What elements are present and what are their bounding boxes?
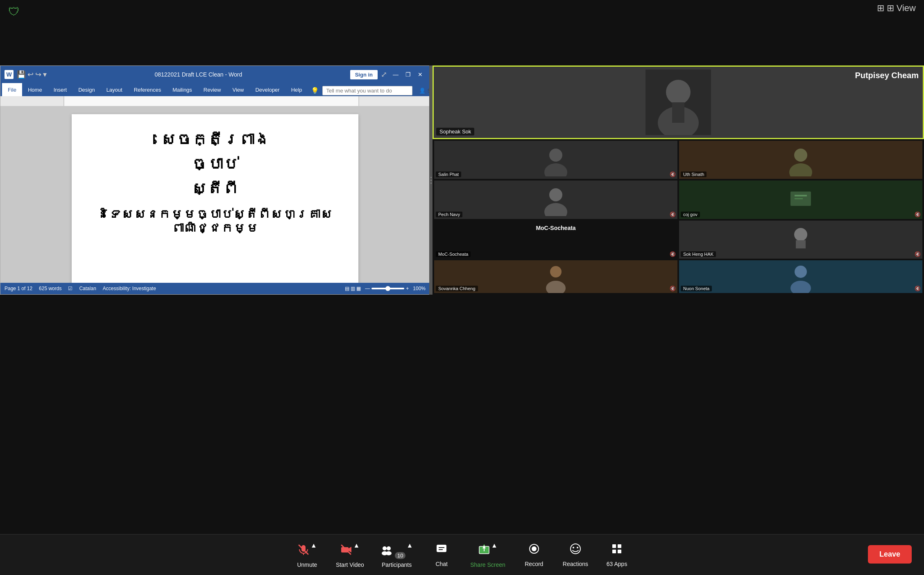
search-box[interactable] — [322, 86, 412, 95]
redo-icon[interactable]: ↪ — [35, 70, 41, 79]
svg-point-51 — [532, 546, 537, 551]
view-icons: ▤ ▥ ▦ — [345, 286, 361, 291]
share-arrow[interactable]: ▲ — [491, 542, 498, 549]
svg-point-38 — [387, 546, 391, 550]
camera-icon — [340, 543, 352, 559]
participant-tile-uth-sinath[interactable]: Uth Sinath — [679, 141, 922, 179]
record-icon — [528, 543, 540, 558]
document-page: សេចក្តីព្រាង ច្បាប់ ស្តីពី និទេសសនកម្មច្… — [72, 114, 358, 283]
participant-name-sovannka-chheng: Sovannka Chheng — [436, 286, 478, 291]
participant-name-uth-sinath: Uth Sinath — [681, 171, 707, 177]
svg-point-39 — [386, 551, 392, 555]
tab-insert[interactable]: Insert — [48, 83, 73, 96]
undo-icon[interactable]: ↩ — [27, 70, 34, 79]
svg-rect-55 — [612, 544, 616, 548]
leave-button[interactable]: Leave — [868, 545, 912, 564]
share-screen-icon — [478, 543, 490, 559]
share-screen-button[interactable]: ▲ Share Screen — [462, 538, 514, 572]
reactions-button[interactable]: Reactions — [555, 539, 596, 571]
minimize-button[interactable]: — — [390, 70, 401, 79]
close-button[interactable]: ✕ — [415, 70, 426, 79]
participant-tile-sok-heng-hak[interactable]: Sok Heng HAK 🔇 — [679, 221, 922, 259]
start-video-button[interactable]: ▲ Start Video — [328, 538, 372, 572]
search-input[interactable] — [326, 88, 400, 94]
svg-rect-31 — [301, 545, 306, 552]
tab-file[interactable]: File — [2, 83, 22, 96]
reactions-icon — [569, 543, 582, 558]
word-window: W 💾 ↩ ↪ ▾ 08122021 Draft LCE Clean - Wor… — [0, 65, 430, 295]
mute-icon-sovannka-chheng: 🔇 — [670, 286, 676, 291]
participant-tile-sovannka-chheng[interactable]: Sovannka Chheng 🔇 — [434, 260, 677, 293]
view-button[interactable]: ⊞ ⊞ View — [877, 3, 916, 14]
document-content: សេចក្តីព្រាង ច្បាប់ ស្តីពី និទេសសនកម្មច្… — [0, 106, 430, 283]
participant-tile-moc-socheata[interactable]: MoC-Socheata MoC-Socheata 🔇 — [434, 221, 677, 259]
participant-name-coj-gov: coj gov — [681, 212, 700, 217]
unmute-button[interactable]: ▲ Unmute — [287, 538, 328, 572]
chat-button[interactable]: Chat — [421, 539, 462, 571]
svg-rect-34 — [341, 547, 349, 552]
unmute-label: Unmute — [297, 561, 317, 568]
svg-point-15 — [549, 188, 562, 201]
save-icon[interactable]: 💾 — [17, 70, 26, 79]
record-button[interactable]: Record — [514, 539, 555, 571]
svg-point-22 — [794, 228, 807, 241]
participant-video-coj-gov — [679, 180, 922, 219]
quick-access: 💾 ↩ ↪ ▾ — [17, 70, 47, 79]
tab-help[interactable]: Help — [285, 83, 308, 96]
active-speaker-main-label: Putpisey Cheam — [855, 71, 919, 80]
svg-point-36 — [383, 546, 387, 550]
mute-icon-coj-gov: 🔇 — [915, 212, 921, 217]
sign-in-button[interactable]: Sign in — [350, 70, 378, 79]
mute-icon-moc-socheata: 🔇 — [670, 251, 676, 257]
participants-count-badge: 10 — [395, 552, 405, 559]
participants-icon — [380, 543, 393, 559]
svg-point-12 — [794, 149, 807, 162]
maximize-button[interactable]: ❐ — [403, 70, 413, 79]
tab-layout[interactable]: Layout — [101, 83, 128, 96]
participant-video-salin-phat — [434, 141, 677, 179]
video-arrow[interactable]: ▲ — [353, 542, 360, 549]
unmute-arrow[interactable]: ▲ — [310, 542, 317, 549]
svg-point-28 — [795, 266, 807, 278]
grid-icon: ⊞ — [877, 3, 884, 14]
record-label: Record — [525, 561, 543, 567]
zoom-control[interactable]: — + — [365, 286, 409, 291]
reactions-label: Reactions — [563, 561, 588, 567]
participant-tile-nuon-soneta[interactable]: Nuon Soneta 🔇 — [679, 260, 922, 293]
zoom-slider[interactable] — [371, 288, 404, 289]
customize-icon[interactable]: ▾ — [43, 70, 47, 79]
svg-point-9 — [549, 149, 562, 162]
tab-review[interactable]: Review — [198, 83, 227, 96]
tab-references[interactable]: References — [128, 83, 167, 96]
share-screen-label: Share Screen — [470, 561, 505, 568]
zoom-thumb — [385, 286, 390, 291]
svg-point-25 — [550, 266, 562, 277]
window-controls: — ❐ ✕ — [390, 70, 426, 79]
divider-handle[interactable] — [429, 65, 433, 295]
zoom-in-icon[interactable]: + — [406, 286, 409, 291]
ribbon-tabs: File Home Insert Design Layout Reference… — [0, 83, 430, 96]
participants-button[interactable]: 10 ▲ Participants — [372, 538, 421, 572]
svg-rect-23 — [796, 240, 806, 248]
accessibility: Accessibility: Investigate — [103, 286, 156, 291]
mute-icon-sok-heng-hak: 🔇 — [915, 251, 921, 257]
fullscreen-icon[interactable]: ⤢ — [381, 70, 387, 79]
apps-button[interactable]: 63 Apps — [596, 539, 637, 571]
zoom-level: 100% — [413, 286, 426, 291]
page-count: Page 1 of 12 — [5, 286, 32, 291]
tab-home[interactable]: Home — [22, 83, 48, 96]
tab-developer[interactable]: Developer — [249, 83, 285, 96]
svg-point-53 — [573, 547, 574, 548]
zoom-out-icon[interactable]: — — [365, 286, 370, 291]
status-bar: Page 1 of 12 625 words ☑ Catalan Accessi… — [0, 283, 430, 294]
mute-icon-pech-navy: 🔇 — [670, 212, 676, 217]
tab-design[interactable]: Design — [72, 83, 100, 96]
tab-mailings[interactable]: Mailings — [167, 83, 198, 96]
mute-icon-nuon-soneta: 🔇 — [915, 286, 921, 291]
participant-tile-pech-navy[interactable]: Pech Navy 🔇 — [434, 180, 677, 219]
tab-view[interactable]: View — [226, 83, 249, 96]
participant-tile-salin-phat[interactable]: Salin Phat 🔇 — [434, 141, 677, 179]
participants-arrow[interactable]: ▲ — [406, 542, 413, 549]
participant-tile-coj-gov[interactable]: coj gov 🔇 — [679, 180, 922, 219]
svg-rect-58 — [618, 550, 621, 553]
